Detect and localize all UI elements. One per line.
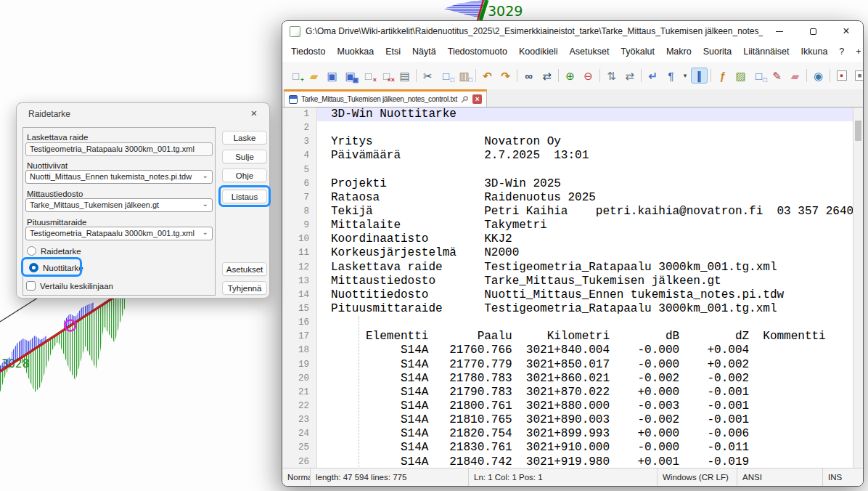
toolbar-button[interactable]: □ □ xyxy=(750,68,767,84)
menu-item[interactable]: Makro xyxy=(660,44,697,59)
toolbar-button[interactable] xyxy=(804,68,809,84)
checkbox-unchecked-icon[interactable] xyxy=(26,281,36,291)
minimize-button[interactable] xyxy=(763,21,796,41)
laskettava-raide-field[interactable]: Testigeometria_Ratapaalu 3000km_001.tg.x… xyxy=(25,142,213,156)
toolbar-button[interactable]: ▨ xyxy=(732,68,749,84)
raidetarke-radio[interactable]: Raidetarke xyxy=(27,246,81,256)
toolbar-button[interactable] xyxy=(556,68,561,84)
editor-line[interactable]: 25 S14A 21830.761 3021+910.000 -0.000 -0… xyxy=(282,441,853,455)
editor-line[interactable]: 7 Rataosa Raidenuotus 2025 xyxy=(282,191,853,205)
asetukset-button[interactable]: Asetukset xyxy=(222,262,267,276)
toolbar-button[interactable]: ∥ xyxy=(691,68,708,84)
toolbar-button[interactable] xyxy=(827,68,832,84)
toolbar-button[interactable] xyxy=(597,68,602,84)
toolbar-button[interactable]: □ + xyxy=(287,68,304,84)
menu-item[interactable]: Etsi xyxy=(380,44,406,59)
toolbar-button[interactable]: □ ×× xyxy=(378,68,395,84)
editor-line[interactable]: 19 S14A 21770.779 3021+850.017 -0.000 +0… xyxy=(282,358,853,372)
toolbar-button[interactable]: ▾ xyxy=(681,68,689,84)
editor-line[interactable]: 13 Mittaustiedosto Tarke_Mittaus_Tukemis… xyxy=(282,275,853,288)
toolbar-button[interactable]: ↵ xyxy=(644,68,661,84)
toolbar-button[interactable]: ⊕ xyxy=(562,68,578,84)
menu-item[interactable]: ? xyxy=(833,44,850,59)
toolbar-button[interactable]: ▣ xyxy=(324,68,340,84)
pin-icon[interactable] xyxy=(461,95,469,103)
editor-line[interactable]: 18 S14A 21760.766 3021+840.004 -0.000 +0… xyxy=(282,344,853,357)
menu-item[interactable]: Suorita xyxy=(697,44,738,59)
editor-line[interactable]: 23 S14A 21810.765 3021+890.003 -0.002 -0… xyxy=(282,413,853,427)
menu-item[interactable]: + xyxy=(850,44,864,59)
menu-item[interactable]: Liitännäiset xyxy=(737,44,795,59)
toolbar-button[interactable]: ◉ xyxy=(810,68,827,84)
toolbar-button[interactable]: ▰ xyxy=(306,68,322,84)
editor-line[interactable]: 10 Koordinaatisto KKJ2 xyxy=(282,232,853,246)
nuottiviivat-combo[interactable]: Nuotti_Mittaus_Ennen tukemista_notes.pi.… xyxy=(25,170,213,184)
toolbar-button[interactable]: □ □ xyxy=(438,68,454,84)
toolbar-button[interactable] xyxy=(414,68,419,84)
menu-item[interactable]: Näytä xyxy=(406,44,442,59)
toolbar-button[interactable]: ⊖ xyxy=(580,68,597,84)
tab-close-icon[interactable]: × xyxy=(472,94,482,104)
title-bar[interactable]: G:\Oma Drive\Wiki-artikkelit\Raidenuotit… xyxy=(282,21,863,41)
close-button[interactable]: × xyxy=(830,21,863,41)
toolbar-button[interactable]: ● xyxy=(833,68,850,84)
editor-line[interactable]: 16 xyxy=(282,316,853,330)
menu-item[interactable]: Tiedostomuoto xyxy=(442,44,513,59)
editor-line[interactable]: 2 xyxy=(282,121,853,135)
menu-item[interactable]: Tiedosto xyxy=(285,44,331,59)
editor-line[interactable]: 4 Päivämäärä 2.7.2025 13:01 xyxy=(282,149,853,163)
laske-button[interactable]: Laske xyxy=(222,131,267,145)
editor-line[interactable]: 1 3D-Win Nuottitarke xyxy=(282,107,853,121)
editor-line[interactable]: 12 Laskettava raide Testigeometria_Ratap… xyxy=(282,261,853,275)
tab-active[interactable]: Tarke_Mittaus_Tukemisen jälkeen_notes_co… xyxy=(284,89,487,107)
menu-item[interactable]: Muokkaa xyxy=(331,44,380,59)
editor-line[interactable]: 8 Tekijä Petri Kaihia petri.kaihia@novat… xyxy=(282,205,853,219)
menu-item[interactable]: Ikkuna xyxy=(795,44,834,59)
toolbar-button[interactable]: ∞ xyxy=(520,68,537,84)
editor-line[interactable]: 20 S14A 21780.783 3021+860.021 -0.002 -0… xyxy=(282,372,853,386)
document-lines[interactable]: 1 3D-Win Nuottitarke 2 3 Yritys Novatron… xyxy=(282,107,853,468)
editor-line[interactable]: 15 Pituusmittaraide Testigeometria_Ratap… xyxy=(282,302,853,316)
editor-line[interactable]: 17 Elementti Paalu Kilometri dB dZ Komme… xyxy=(282,330,853,344)
menu-item[interactable]: Työkalut xyxy=(615,44,660,59)
pituusmittaraide-combo[interactable]: Testigeometria_Ratapaalu 3000km_001.tg.x… xyxy=(25,227,213,240)
toolbar-button[interactable]: ▥ □ xyxy=(456,68,472,84)
editor-line[interactable]: 24 S14A 21820.754 3021+899.993 +0.000 -0… xyxy=(282,427,853,441)
toolbar-button[interactable]: ▣ ▣ xyxy=(342,68,359,84)
toolbar-button[interactable]: ↶ xyxy=(479,68,496,84)
editor-text-area[interactable]: 1 3D-Win Nuottitarke 2 3 Yritys Novatron… xyxy=(282,107,863,468)
scrollbar-thumb[interactable] xyxy=(855,121,861,141)
toolbar-button[interactable]: ƒ xyxy=(714,68,731,84)
tyhjenna-button[interactable]: Tyhjennä xyxy=(222,281,267,295)
toolbar-button[interactable] xyxy=(515,68,520,84)
toolbar-button[interactable]: ↷ xyxy=(497,68,514,84)
toolbar-button[interactable]: ✂ xyxy=(419,68,436,84)
editor-line[interactable]: 22 S14A 21800.761 3021+880.000 -0.003 -0… xyxy=(282,399,853,413)
dialog-close-icon[interactable]: × xyxy=(247,107,261,119)
vertailu-checkbox[interactable]: Vertailu keskilinjaan xyxy=(26,281,113,291)
editor-line[interactable]: 6 Projekti 3D-Win 2025 xyxy=(282,177,853,191)
vertical-scrollbar[interactable] xyxy=(853,107,863,468)
toolbar-button[interactable]: ⇄ xyxy=(539,68,555,84)
toolbar-button[interactable]: □ × xyxy=(360,68,377,84)
editor-line[interactable]: 14 Nuottitiedosto Nuotti_Mittaus_Ennen t… xyxy=(282,288,853,302)
editor-line[interactable]: 11 Korkeusjärjestelmä N2000 xyxy=(282,246,853,260)
sulje-button[interactable]: Sulje xyxy=(222,150,267,163)
toolbar-button[interactable]: ▤ xyxy=(396,68,413,84)
toolbar-button[interactable]: ⇄ xyxy=(621,68,638,84)
mittaustiedosto-combo[interactable]: Tarke_Mittaus_Tukemisen jälkeen.gt ⌄ xyxy=(25,198,213,212)
toolbar-button[interactable]: ▰ xyxy=(787,68,803,84)
toolbar-button[interactable] xyxy=(639,68,644,84)
toolbar-button[interactable] xyxy=(708,68,713,84)
menu-item[interactable]: Koodikieli xyxy=(513,44,564,59)
toolbar-button[interactable] xyxy=(473,68,478,84)
toolbar-button[interactable]: ¶ xyxy=(663,68,679,84)
toolbar-button[interactable]: ⇅ xyxy=(603,68,620,84)
maximize-button[interactable] xyxy=(796,21,830,41)
ohje-button[interactable]: Ohje xyxy=(222,169,267,182)
toolbar-button[interactable]: ■ xyxy=(851,68,864,84)
editor-line[interactable]: 5 xyxy=(282,163,853,177)
toolbar-button[interactable]: ✎ xyxy=(769,68,785,84)
editor-line[interactable]: 9 Mittalaite Takymetri xyxy=(282,219,853,232)
radio-unselected-icon[interactable] xyxy=(27,246,36,256)
